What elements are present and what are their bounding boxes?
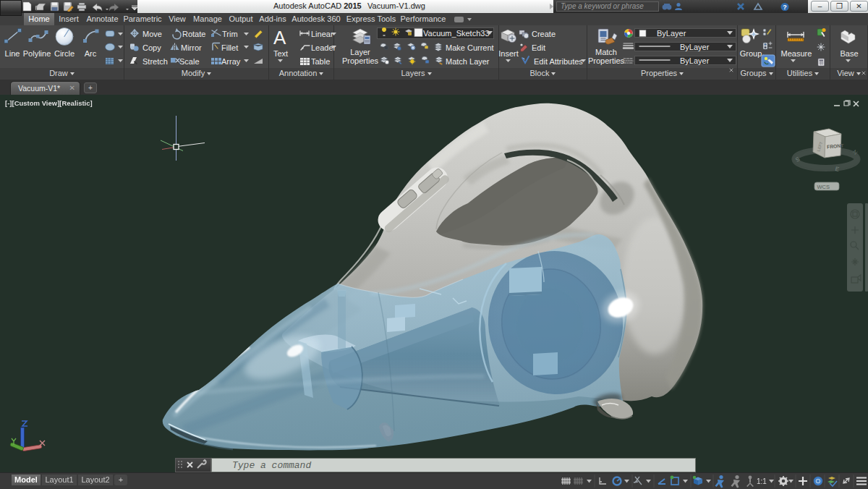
svg-text:A: A <box>273 27 286 48</box>
svg-text:1:1: 1:1 <box>757 477 767 485</box>
svg-text:WCS: WCS <box>817 184 830 190</box>
svg-text:?: ? <box>783 4 787 11</box>
svg-text:[-][Custom View][Realistic]: [-][Custom View][Realistic] <box>5 99 93 107</box>
